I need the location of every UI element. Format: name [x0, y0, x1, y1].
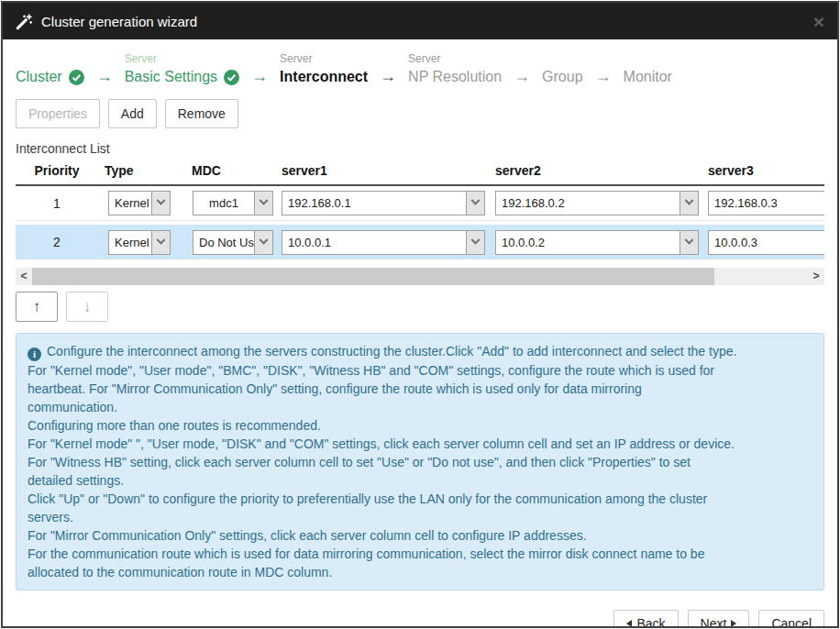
info-line: Click "Up" or "Down" to configure the pr…: [28, 490, 812, 508]
type-select[interactable]: Kernel Mode: [108, 230, 171, 255]
server1-combo[interactable]: 10.0.0.1: [282, 230, 485, 255]
column-header-type: Type: [98, 163, 185, 178]
server2-value: 192.168.0.2: [496, 192, 680, 215]
cancel-button[interactable]: Cancel: [758, 610, 824, 628]
step-arrow-icon: →: [595, 66, 612, 86]
info-line: For "Kernel mode", "User mode", "BMC", "…: [28, 361, 812, 380]
cancel-label: Cancel: [771, 616, 812, 628]
info-line: detailed settings.: [28, 471, 812, 490]
step-label: Basic Settings: [125, 68, 217, 86]
footer: Back Next Cancel: [16, 610, 824, 628]
titlebar: Cluster generation wizard ×: [3, 3, 837, 39]
horizontal-scrollbar[interactable]: < >: [16, 268, 824, 285]
info-line: For "Kernel mode" ", "User mode, "DISK" …: [28, 435, 812, 453]
info-line: communication.: [28, 398, 812, 416]
step-arrow-icon: →: [96, 66, 113, 86]
server3-combo[interactable]: 10.0.0.3: [708, 230, 824, 255]
dialog-content: Cluster → Server Basic Settings → Server…: [3, 39, 837, 628]
check-circle-icon: [69, 70, 84, 85]
interconnect-table: Priority Type MDC server1 server2 server…: [16, 163, 824, 259]
step-caption: [542, 52, 582, 68]
triangle-right-icon: [731, 620, 736, 627]
toolbar: Properties Add Remove: [16, 99, 824, 128]
step-label: Cluster: [16, 68, 62, 86]
info-line: servers.: [28, 508, 812, 526]
chevron-down-icon: [680, 231, 698, 254]
move-down-button[interactable]: ↓: [66, 292, 108, 322]
chevron-down-icon: [680, 192, 698, 215]
scrollbar-track[interactable]: [32, 268, 808, 285]
step-interconnect: Server Interconnect: [280, 52, 368, 86]
step-group: Group: [542, 52, 582, 86]
scrollbar-thumb[interactable]: [32, 268, 714, 285]
properties-button[interactable]: Properties: [16, 99, 100, 128]
move-up-button[interactable]: ↑: [16, 292, 58, 322]
info-line: Configuring more than one routes is reco…: [28, 416, 812, 435]
info-text: Configure the interconnect among the ser…: [47, 344, 736, 359]
server2-combo[interactable]: 10.0.0.2: [495, 230, 699, 255]
server2-combo[interactable]: 192.168.0.2: [495, 191, 699, 215]
info-line: For the communication route which is use…: [28, 545, 812, 563]
mdc-select[interactable]: mdc1: [193, 191, 273, 215]
scroll-left-icon[interactable]: <: [16, 268, 32, 285]
chevron-down-icon: [466, 192, 484, 215]
add-button[interactable]: Add: [108, 99, 157, 128]
back-label: Back: [636, 616, 665, 628]
column-header-mdc: MDC: [185, 163, 275, 178]
step-caption: [16, 52, 84, 68]
table-row[interactable]: 1 Kernel Mode mdc1 192.168.0.1 192.168.0…: [16, 186, 824, 221]
server3-combo[interactable]: 192.168.0.3: [708, 191, 824, 215]
type-select[interactable]: Kernel Mode: [108, 191, 171, 215]
next-label: Next: [701, 616, 727, 628]
type-value: Kernel Mode: [109, 192, 151, 215]
type-value: Kernel Mode: [109, 231, 151, 254]
scroll-right-icon[interactable]: >: [808, 268, 824, 285]
column-header-server3: server3: [702, 163, 824, 178]
close-icon[interactable]: ×: [813, 12, 824, 31]
info-line: heartbeat. For "Mirror Communication Onl…: [28, 380, 812, 398]
mdc-value: Do Not Use: [193, 231, 254, 254]
step-monitor: Monitor: [624, 52, 672, 86]
next-button[interactable]: Next: [688, 610, 750, 628]
info-icon: i: [28, 348, 41, 361]
mdc-value: mdc1: [193, 192, 254, 215]
mdc-select[interactable]: Do Not Use: [193, 230, 273, 255]
server1-combo[interactable]: 192.168.0.1: [282, 191, 485, 215]
priority-controls: ↑ ↓: [16, 292, 824, 322]
step-label: Monitor: [624, 68, 672, 86]
step-arrow-icon: →: [251, 66, 268, 86]
step-label: Interconnect: [280, 68, 368, 86]
back-button[interactable]: Back: [613, 610, 678, 628]
table-header: Priority Type MDC server1 server2 server…: [16, 163, 824, 186]
arrow-up-icon: ↑: [33, 298, 41, 316]
info-box: iConfigure the interconnect among the se…: [16, 333, 824, 590]
step-label: NP Resolution: [408, 68, 502, 86]
server2-value: 10.0.0.2: [496, 231, 680, 254]
chevron-down-icon: [254, 192, 272, 215]
triangle-left-icon: [626, 620, 632, 627]
wand-icon: [16, 13, 33, 30]
step-arrow-icon: →: [380, 66, 396, 86]
wizard-steps: Cluster → Server Basic Settings → Server…: [16, 52, 824, 86]
chevron-down-icon: [466, 231, 484, 254]
interconnect-list-title: Interconnect List: [16, 141, 824, 156]
table-row[interactable]: 2 Kernel Mode Do Not Use 10.0.0.1 10.0.0…: [16, 225, 824, 259]
info-line: For "Witness HB" setting, click each ser…: [28, 453, 812, 471]
step-np-resolution: Server NP Resolution: [408, 52, 502, 86]
column-header-priority: Priority: [16, 163, 98, 178]
info-line: allocated to the communication route in …: [28, 563, 812, 581]
server1-value: 10.0.0.1: [282, 231, 466, 254]
remove-button[interactable]: Remove: [165, 99, 238, 128]
chevron-down-icon: [151, 192, 170, 215]
column-header-server1: server1: [275, 163, 489, 178]
info-line: For "Mirror Communication Only" settings…: [28, 526, 812, 545]
check-circle-icon: [224, 70, 239, 85]
server1-value: 192.168.0.1: [282, 192, 466, 215]
step-caption: Server: [125, 52, 239, 68]
server3-value: 192.168.0.3: [709, 192, 824, 215]
priority-value: 1: [16, 196, 98, 211]
arrow-down-icon: ↓: [83, 298, 92, 316]
step-caption: [624, 52, 672, 68]
step-cluster: Cluster: [16, 52, 84, 86]
step-basic-settings: Server Basic Settings: [125, 52, 239, 86]
